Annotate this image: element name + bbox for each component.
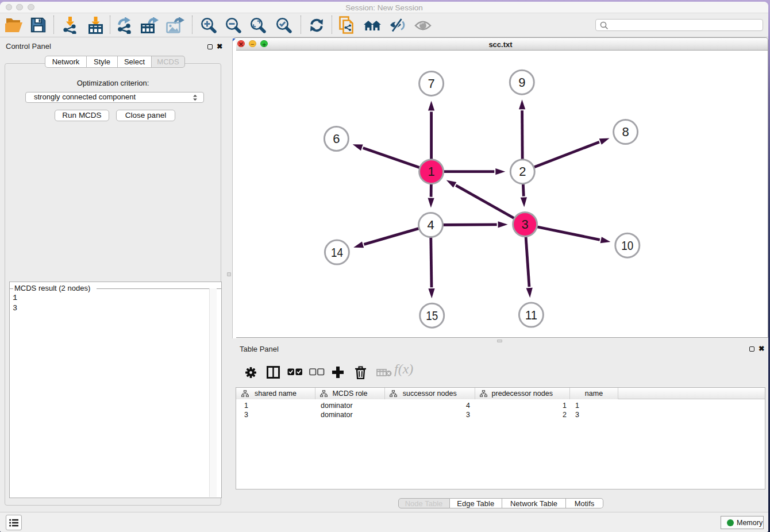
svg-text:8: 8 bbox=[622, 125, 629, 139]
svg-text:6: 6 bbox=[333, 132, 340, 146]
svg-text:15: 15 bbox=[426, 309, 438, 323]
svg-text:10: 10 bbox=[621, 238, 633, 253]
svg-text:2: 2 bbox=[519, 164, 526, 179]
svg-text:1: 1 bbox=[428, 164, 434, 179]
svg-text:14: 14 bbox=[331, 245, 343, 260]
svg-text:9: 9 bbox=[518, 75, 525, 90]
svg-text:3: 3 bbox=[521, 217, 528, 232]
svg-text:11: 11 bbox=[525, 308, 537, 322]
svg-text:4: 4 bbox=[427, 218, 434, 232]
svg-text:7: 7 bbox=[428, 76, 434, 91]
